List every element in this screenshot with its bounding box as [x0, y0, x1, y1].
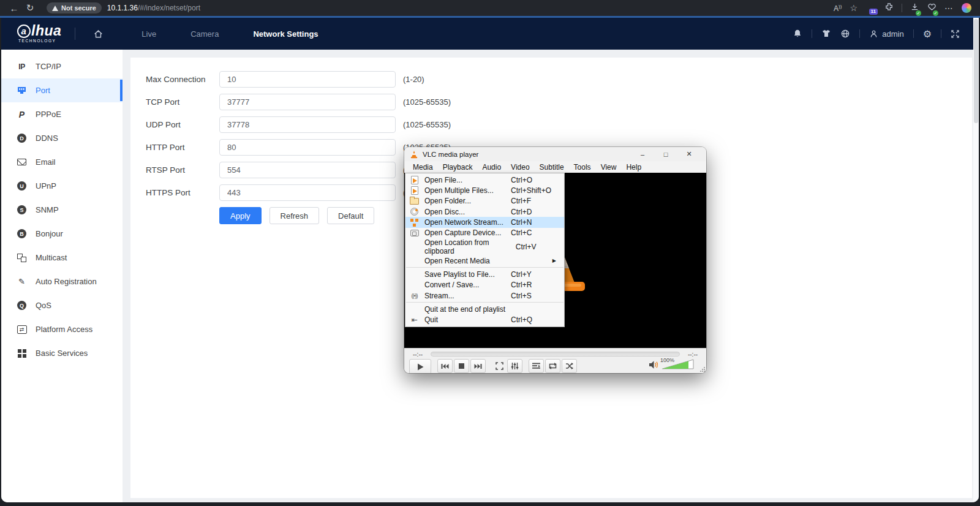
home-icon[interactable] [89, 29, 107, 39]
menu-view[interactable]: View [596, 162, 622, 172]
apply-button[interactable]: Apply [219, 207, 262, 224]
refresh-button[interactable]: Refresh [270, 207, 320, 224]
user-menu[interactable]: admin [869, 29, 903, 39]
globe-icon[interactable] [840, 29, 850, 39]
https-port-input[interactable] [219, 184, 396, 201]
header-actions: admin ⚙ [793, 28, 973, 40]
close-icon[interactable]: ✕ [677, 150, 701, 158]
url-text: 10.1.1.36/#/index/netset/port [107, 4, 200, 12]
sidebar-item-pppoe[interactable]: P PPPoE [1, 102, 123, 126]
page-scrollbar[interactable] [973, 18, 979, 502]
menu-subtitle[interactable]: Subtitle [535, 162, 569, 172]
vlc-window-title: VLC media player [423, 151, 478, 158]
http-port-input[interactable] [219, 139, 396, 156]
next-button[interactable] [470, 359, 486, 373]
menu-playback[interactable]: Playback [438, 162, 478, 172]
resize-grip[interactable] [699, 366, 705, 372]
capture-device-icon [409, 228, 420, 238]
rtsp-port-input[interactable] [219, 162, 396, 178]
menu-item-open-folder[interactable]: Open Folder... Ctrl+F [405, 196, 564, 206]
max-connection-input[interactable] [219, 71, 396, 88]
seek-bar[interactable] [431, 352, 680, 357]
tab-live[interactable]: Live [124, 29, 173, 39]
browser-essentials-icon[interactable]: ✓ [927, 2, 937, 14]
menu-item-open-network-stream[interactable]: Open Network Stream... Ctrl+N [405, 217, 564, 227]
divider [812, 29, 812, 38]
address-bar[interactable]: Not secure 10.1.1.36/#/index/netset/port [47, 2, 834, 13]
menu-audio[interactable]: Audio [477, 162, 506, 172]
maximize-icon[interactable]: □ [654, 151, 677, 158]
extended-settings-button[interactable] [507, 359, 522, 373]
vlc-titlebar[interactable]: VLC media player – □ ✕ [404, 147, 706, 161]
sidebar-item-email[interactable]: Email [1, 150, 123, 174]
warning-icon [52, 6, 58, 11]
sidebar-item-multicast[interactable]: Multicast [1, 246, 123, 270]
menu-item-open-capture-device[interactable]: Open Capture Device... Ctrl+C [405, 228, 564, 238]
app-header: alhua TECHNOLOGY Live Camera Network Set… [1, 18, 973, 50]
snmp-circle-icon: S [16, 204, 28, 216]
logo-a-circle: a [17, 25, 31, 38]
browser-menu-icon[interactable]: ⋯ [944, 3, 954, 13]
copilot-icon[interactable] [962, 3, 971, 13]
fullscreen-button[interactable] [492, 359, 507, 373]
shuffle-button[interactable] [562, 359, 577, 373]
menu-tools[interactable]: Tools [569, 162, 596, 172]
playlist-button[interactable] [529, 359, 544, 373]
menu-item-stream[interactable]: ((•)) Stream... Ctrl+S [405, 290, 564, 301]
basic-services-grid-icon [16, 347, 28, 359]
menu-item-convert-save[interactable]: Convert / Save... Ctrl+R [405, 280, 564, 290]
fullscreen-icon[interactable] [951, 29, 960, 39]
menu-item-save-playlist[interactable]: Save Playlist to File... Ctrl+Y [405, 269, 564, 279]
menu-help[interactable]: Help [621, 162, 646, 172]
tcp-port-input[interactable] [219, 94, 396, 110]
udp-port-input[interactable] [219, 116, 396, 133]
menu-item-open-recent-media[interactable]: Open Recent Media ▶ [405, 255, 564, 266]
menu-video[interactable]: Video [506, 162, 534, 172]
menu-item-open-multiple-files[interactable]: Open Multiple Files... Ctrl+Shift+O [405, 185, 564, 195]
previous-button[interactable] [437, 359, 453, 373]
sidebar-item-ddns[interactable]: D DDNS [1, 126, 123, 150]
menu-item-open-file[interactable]: Open File... Ctrl+O [405, 175, 564, 185]
sidebar-item-tcpip[interactable]: IP TCP/IP [1, 55, 123, 78]
default-button[interactable]: Default [327, 207, 374, 224]
sidebar-item-snmp[interactable]: S SNMP [1, 198, 123, 222]
speaker-icon[interactable] [649, 360, 659, 369]
sidebar-item-platform-access[interactable]: ⇄ Platform Access [1, 317, 123, 341]
menu-item-quit[interactable]: ⇤ Quit Ctrl+Q [405, 315, 564, 325]
bell-icon[interactable] [793, 29, 802, 39]
download-icon[interactable]: ✓ [910, 2, 919, 14]
read-aloud-icon[interactable]: A)) [834, 4, 842, 13]
back-icon[interactable]: ← [6, 2, 22, 14]
puzzle-extensions-icon[interactable] [884, 2, 894, 14]
menu-item-quit-end-playlist[interactable]: Quit at the end of playlist [405, 304, 564, 314]
sidebar-item-basic-services[interactable]: Basic Services [1, 341, 123, 365]
loop-button[interactable] [545, 359, 560, 373]
favorite-star-icon[interactable]: ☆ [850, 3, 858, 13]
extension-icon[interactable]: 11 [865, 2, 876, 13]
sidebar-item-auto-registration[interactable]: ✎ Auto Registration [1, 270, 123, 293]
sidebar-item-upnp[interactable]: U UPnP [1, 174, 123, 198]
tab-network-settings[interactable]: Network Settings [236, 29, 335, 39]
form-row-max-connection: Max Connection (1-20) [146, 71, 972, 88]
vlc-buttons-row: 100% [404, 358, 706, 373]
upnp-circle-icon: U [16, 180, 28, 192]
tab-camera[interactable]: Camera [173, 29, 236, 39]
file-play-icon [409, 186, 420, 195]
menu-media[interactable]: Media [408, 162, 438, 172]
stop-button[interactable] [454, 359, 469, 373]
not-secure-badge[interactable]: Not secure [47, 2, 102, 13]
play-button[interactable] [409, 359, 431, 373]
minimize-icon[interactable]: – [631, 151, 654, 158]
refresh-icon[interactable]: ↻ [22, 2, 38, 14]
scrollbar-thumb[interactable] [974, 19, 978, 123]
sidebar-item-bonjour[interactable]: B Bonjour [1, 222, 123, 246]
url-path: /#/index/netset/port [138, 4, 200, 12]
menu-item-open-disc[interactable]: Open Disc... Ctrl+D [405, 206, 564, 217]
sidebar-item-port[interactable]: Port [1, 78, 123, 102]
network-stream-icon [409, 217, 420, 227]
accent-line [0, 16, 980, 18]
sidebar-item-qos[interactable]: Q QoS [1, 293, 123, 317]
apparel-icon[interactable] [821, 29, 831, 39]
menu-item-open-location-clipboard[interactable]: Open Location from clipboard Ctrl+V [405, 238, 564, 255]
gear-icon[interactable]: ⚙ [923, 28, 932, 40]
